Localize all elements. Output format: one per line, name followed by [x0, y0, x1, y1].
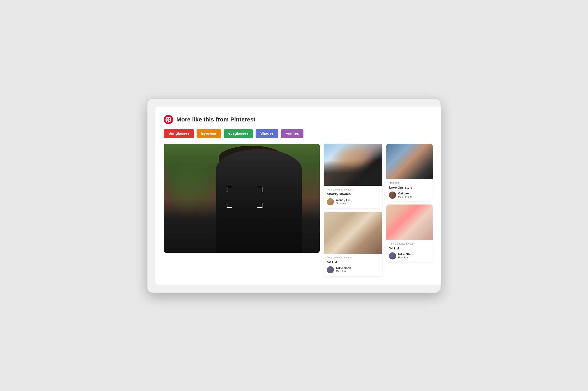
wendy-board: Sunnies — [336, 202, 350, 205]
cat-username: Cat Lee — [398, 192, 412, 195]
svg-point-0 — [164, 115, 173, 124]
tag-eyeglasses-button[interactable]: eyeglasses — [224, 129, 253, 138]
side-cards-panel: flickr.com Love this style Cat Lee Posh … — [386, 144, 433, 262]
pin-card-1-source: from Uploaded by user — [327, 188, 379, 191]
side-card-2-image — [386, 204, 433, 240]
pin-card-2-image — [324, 212, 382, 254]
side-card-2-user: Nikki Shah Fashion — [389, 252, 430, 260]
page-title: More like this from Pinterest — [176, 116, 256, 123]
focus-bracket — [227, 187, 263, 208]
bracket-corner-tr — [258, 187, 263, 192]
pin-card-2-user-info: Nikki Shah Fashion — [336, 266, 351, 273]
side-card-2-description: So L.A. — [389, 246, 430, 250]
pin-card-1-description: Snazzy shades — [327, 192, 379, 196]
pin-card-2-meta: from Uploaded by user So L.A. Nikki Shah… — [324, 254, 382, 276]
side-card-1-description: Love this style — [389, 186, 430, 190]
pin-card-1-user: wendy Lu Sunnies — [327, 198, 379, 205]
side-card-2-user-info: Nikki Shah Fashion — [398, 253, 413, 259]
side-card-2[interactable]: from Uploaded by user So L.A. Nikki Shah… — [386, 204, 433, 262]
side-card-2-meta: from Uploaded by user So L.A. Nikki Shah… — [386, 240, 433, 262]
pin-card-2[interactable]: from Uploaded by user So L.A. Nikki Shah… — [324, 212, 382, 276]
header: More like this from Pinterest — [164, 115, 433, 124]
side-card-1-user-info: Cat Lee Posh Picks — [398, 192, 412, 198]
tag-frames-button[interactable]: Frames — [281, 129, 303, 138]
nikki-username-1: Nikki Shah — [336, 266, 351, 270]
tag-sunglasses-button[interactable]: Sunglasses — [164, 129, 194, 138]
wendy-avatar — [327, 198, 334, 205]
side-card-1-source: flickr.com — [389, 182, 430, 184]
side-card-1-image — [386, 144, 433, 179]
device-frame: More like this from Pinterest Sunglasses… — [147, 98, 441, 293]
pin-cards-sidebar: from Uploaded by user Snazzy shades wend… — [324, 144, 382, 276]
nikki-avatar-2 — [389, 252, 396, 260]
nikki-avatar-1 — [327, 266, 334, 273]
main-image-container[interactable] — [164, 144, 320, 253]
tag-eyewear-button[interactable]: Eyewear — [197, 129, 221, 138]
side-card-1-meta: flickr.com Love this style Cat Lee Posh … — [386, 179, 433, 201]
cat-avatar — [389, 192, 396, 199]
pin-card-2-source: from Uploaded by user — [327, 256, 379, 259]
pin-card-1-meta: from Uploaded by user Snazzy shades wend… — [324, 186, 382, 208]
nikki-board-1: Fashion — [336, 270, 351, 273]
side-card-1[interactable]: flickr.com Love this style Cat Lee Posh … — [386, 144, 433, 201]
pin-card-1[interactable]: from Uploaded by user Snazzy shades wend… — [324, 144, 382, 208]
pinterest-logo-icon — [164, 115, 173, 124]
bracket-corner-tl — [227, 187, 232, 192]
tag-shades-button[interactable]: Shades — [256, 129, 278, 138]
main-content: from Uploaded by user Snazzy shades wend… — [164, 144, 433, 276]
nikki-username-2: Nikki Shah — [398, 253, 413, 256]
side-card-2-source: from Uploaded by user — [389, 242, 430, 245]
device-screen: More like this from Pinterest Sunglasses… — [155, 106, 441, 285]
bracket-corner-br — [258, 203, 263, 208]
nikki-board-2: Fashion — [398, 256, 413, 259]
cat-board: Posh Picks — [398, 195, 412, 198]
pin-card-2-user: Nikki Shah Fashion — [327, 266, 379, 273]
wendy-username: wendy Lu — [336, 198, 350, 202]
tags-row: Sunglasses Eyewear eyeglasses Shades Fra… — [164, 129, 433, 138]
side-card-1-user: Cat Lee Posh Picks — [389, 192, 430, 199]
main-image — [164, 144, 320, 253]
pin-card-2-description: So L.A. — [327, 260, 379, 264]
bracket-corner-bl — [227, 203, 232, 208]
pin-card-1-image — [324, 144, 382, 186]
pin-card-1-user-info: wendy Lu Sunnies — [336, 198, 350, 205]
